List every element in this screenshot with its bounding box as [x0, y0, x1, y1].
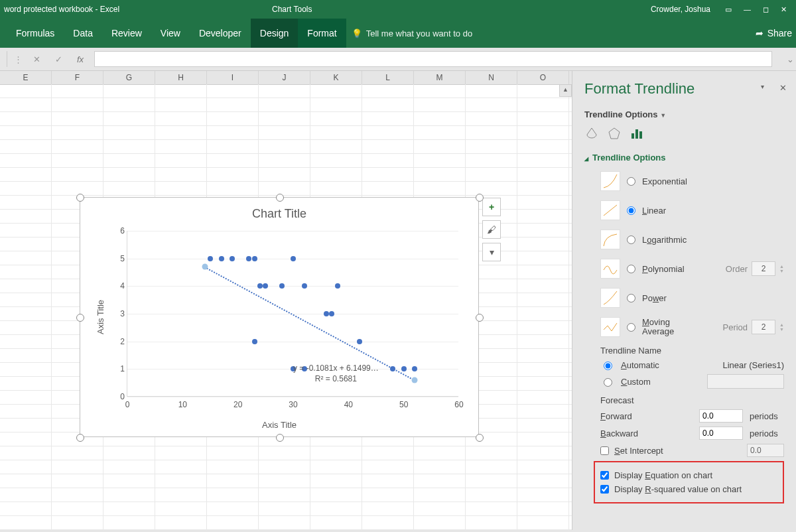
tab-data[interactable]: Data	[64, 19, 102, 48]
set-intercept-value[interactable]: 0.0	[747, 444, 784, 457]
data-point[interactable]	[401, 366, 407, 371]
tab-formulas[interactable]: Formulas	[7, 19, 64, 48]
col-header[interactable]: J	[259, 71, 310, 84]
tab-design[interactable]: Design	[251, 19, 298, 48]
check-display-r-squared[interactable]	[600, 485, 609, 494]
col-header[interactable]: M	[414, 71, 466, 84]
col-header[interactable]: E	[0, 71, 52, 84]
data-point[interactable]	[208, 256, 213, 261]
check-display-equation[interactable]	[600, 471, 609, 480]
selection-handle[interactable]	[76, 314, 84, 322]
radio-polynomial[interactable]	[627, 265, 635, 273]
data-point[interactable]	[412, 366, 417, 371]
maximize-icon[interactable]: ◻	[763, 5, 769, 14]
trendline-options-section[interactable]: Trendline Options	[584, 153, 784, 163]
chart-styles-button[interactable]: 🖌	[482, 220, 501, 239]
tab-format[interactable]: Format	[298, 19, 346, 48]
selection-handle[interactable]	[476, 434, 484, 442]
selection-handle[interactable]	[476, 314, 484, 322]
col-header[interactable]: H	[155, 71, 207, 84]
forward-input[interactable]	[699, 409, 743, 423]
data-point[interactable]	[335, 283, 340, 289]
formula-input[interactable]	[94, 51, 772, 67]
col-header[interactable]: O	[517, 71, 569, 84]
period-input[interactable]	[752, 320, 775, 334]
chart-object[interactable]: Chart Title Axis Title Axis Title 012345…	[80, 197, 479, 437]
opt-exponential[interactable]: Exponential	[600, 169, 784, 193]
col-header[interactable]: F	[52, 71, 103, 84]
pane-close-icon[interactable]: ✕	[779, 83, 787, 93]
data-point[interactable]	[257, 283, 263, 289]
order-spinner[interactable]: ▲▼	[779, 264, 784, 273]
trendline-name-label: Trendline Name	[600, 346, 784, 356]
radio-automatic[interactable]	[604, 362, 612, 370]
opt-polynomial[interactable]: Polynomial Order ▲▼	[600, 257, 784, 281]
ribbon-display-icon[interactable]: ▭	[725, 5, 732, 14]
data-point[interactable]	[219, 256, 224, 261]
data-point[interactable]	[246, 256, 251, 261]
col-header[interactable]: K	[310, 71, 362, 84]
tab-developer[interactable]: Developer	[190, 19, 251, 48]
radio-custom[interactable]	[604, 378, 612, 387]
chart-filters-button[interactable]: ▾	[482, 243, 501, 261]
scroll-up-button[interactable]: ▲	[559, 84, 572, 97]
opt-logarithmic[interactable]: Logarithmic	[600, 228, 784, 251]
data-point[interactable]	[302, 283, 307, 289]
trendline-options-icon[interactable]	[630, 126, 644, 141]
minimize-icon[interactable]: —	[744, 5, 751, 13]
tab-review[interactable]: Review	[102, 19, 151, 48]
period-spinner[interactable]: ▲▼	[779, 322, 784, 332]
trendline-equation[interactable]: y = -0.1081x + 6.1499…R² = 0.5681	[293, 364, 379, 384]
data-point[interactable]	[252, 256, 257, 261]
radio-exponential[interactable]	[627, 177, 635, 186]
data-point[interactable]	[279, 283, 285, 289]
chart-title[interactable]: Chart Title	[80, 207, 478, 221]
selection-handle[interactable]	[276, 194, 284, 202]
share-button[interactable]: ➦ Share	[756, 28, 796, 38]
col-header[interactable]: L	[362, 71, 414, 84]
check-set-intercept[interactable]	[600, 446, 609, 455]
col-header[interactable]: N	[466, 71, 517, 84]
data-point[interactable]	[230, 256, 235, 261]
opt-moving-average[interactable]: MovingAverage Period ▲▼	[600, 315, 784, 339]
data-point[interactable]	[291, 256, 296, 261]
col-header[interactable]: G	[103, 71, 155, 84]
data-point[interactable]	[252, 339, 257, 344]
close-icon[interactable]: ✕	[781, 5, 787, 14]
effects-icon[interactable]	[607, 126, 622, 141]
share-label: Share	[767, 28, 792, 38]
opt-linear[interactable]: Linear	[600, 198, 784, 222]
enter-button[interactable]: ✓	[51, 54, 66, 64]
custom-name-input[interactable]	[707, 374, 784, 389]
chart-elements-button[interactable]: +	[482, 198, 501, 216]
pane-options-icon[interactable]: ▾	[761, 83, 764, 90]
data-point[interactable]	[263, 283, 268, 289]
col-header[interactable]: I	[207, 71, 259, 84]
opt-power[interactable]: Power	[600, 286, 784, 310]
cancel-button[interactable]: ✕	[29, 54, 44, 64]
y-axis-title[interactable]: Axis Title	[96, 300, 105, 334]
order-input[interactable]	[752, 261, 775, 276]
tell-me-label: Tell me what you want to do	[366, 29, 472, 38]
formula-expand-icon[interactable]: ⌄	[784, 54, 796, 64]
backward-input[interactable]	[699, 427, 743, 440]
selection-handle[interactable]	[76, 194, 84, 202]
data-point[interactable]	[324, 311, 329, 316]
tab-view[interactable]: View	[151, 19, 190, 48]
x-axis-title[interactable]: Axis Title	[80, 420, 478, 430]
tell-me[interactable]: 💡 Tell me what you want to do	[346, 29, 472, 38]
fill-line-icon[interactable]	[584, 126, 599, 141]
radio-logarithmic[interactable]	[627, 235, 635, 244]
pane-subhead[interactable]: Trendline Options ▼	[584, 109, 784, 119]
selection-handle[interactable]	[276, 434, 284, 442]
worksheet-grid[interactable]: E F G H I J K L M N O ▲ Chart Title Axis…	[0, 71, 572, 530]
data-point[interactable]	[357, 339, 362, 344]
plot-area[interactable]: 01234560102030405060y = -0.1081x + 6.149…	[127, 231, 458, 397]
radio-linear[interactable]	[627, 206, 635, 215]
fx-button[interactable]: fx	[73, 54, 88, 64]
selection-handle[interactable]	[476, 194, 484, 202]
radio-power[interactable]	[627, 294, 635, 302]
selection-handle[interactable]	[76, 434, 84, 442]
radio-moving-average[interactable]	[627, 323, 635, 332]
data-point[interactable]	[329, 311, 334, 316]
